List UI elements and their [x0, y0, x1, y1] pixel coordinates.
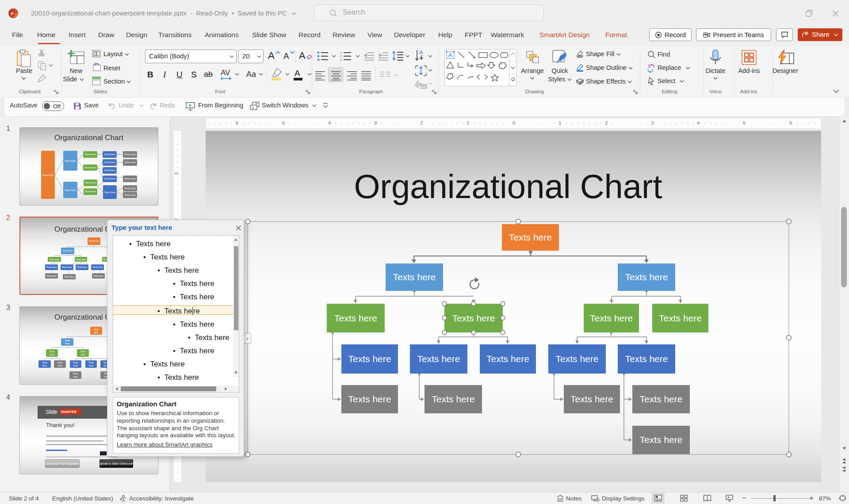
svg-text:Texts: Texts: [57, 361, 63, 364]
svg-text:Texts here: Texts here: [76, 258, 86, 261]
svg-text:Texts: Texts: [65, 339, 70, 342]
svg-text:here: here: [57, 364, 62, 367]
svg-text:Texts here: Texts here: [124, 177, 135, 180]
svg-text:Texts: Texts: [94, 328, 99, 331]
svg-text:here: here: [73, 375, 77, 378]
svg-text:Texts here: Texts here: [104, 169, 115, 172]
svg-text:2: 2: [340, 55, 342, 58]
svg-text:Texts here: Texts here: [124, 161, 135, 164]
svg-text:Texts here: Texts here: [89, 240, 99, 242]
svg-text:Texts here: Texts here: [46, 275, 57, 277]
svg-text:Texts here: Texts here: [84, 166, 96, 169]
svg-text:A: A: [419, 49, 423, 56]
svg-text:Texts here: Texts here: [65, 189, 76, 191]
svg-text:Texts: Texts: [88, 361, 94, 364]
svg-text:Texts here: Texts here: [49, 258, 59, 261]
svg-text:Texts here: Texts here: [104, 191, 115, 194]
svg-text:Texts here: Texts here: [124, 194, 135, 196]
svg-text:c: c: [651, 68, 654, 73]
svg-text:Texts here: Texts here: [62, 266, 72, 268]
svg-text:Texts here: Texts here: [104, 177, 115, 180]
svg-text:here: here: [94, 331, 98, 334]
svg-text:Texts: Texts: [73, 361, 78, 364]
svg-text:Texts here: Texts here: [65, 160, 76, 162]
svg-text:Texts here: Texts here: [77, 266, 87, 268]
svg-text:Texts here: Texts here: [93, 275, 103, 277]
svg-text:Texts: Texts: [42, 361, 47, 364]
svg-text:here: here: [73, 364, 78, 367]
svg-text:Texts here: Texts here: [124, 187, 135, 190]
svg-text:Texts here: Texts here: [124, 153, 135, 156]
svg-text:Texts here: Texts here: [62, 249, 73, 252]
svg-text:here: here: [65, 342, 69, 345]
svg-text:3: 3: [340, 58, 342, 61]
svg-text:Texts here: Texts here: [104, 161, 115, 164]
svg-text:Texts here: Texts here: [84, 153, 96, 156]
svg-text:Texts here: Texts here: [92, 266, 103, 268]
svg-text:Texts here: Texts here: [42, 174, 54, 176]
svg-text:here: here: [42, 364, 47, 367]
svg-text:here: here: [80, 353, 85, 356]
svg-text:P: P: [11, 11, 14, 16]
svg-text:here: here: [50, 353, 54, 356]
svg-text:1: 1: [340, 51, 342, 54]
svg-text:Texts here: Texts here: [104, 153, 115, 156]
svg-text:Texts here: Texts here: [85, 190, 96, 193]
svg-text:Texts here: Texts here: [64, 275, 74, 278]
svg-text:A: A: [448, 52, 452, 58]
svg-text:Texts here: Texts here: [46, 266, 57, 268]
svg-text:Texts: Texts: [50, 350, 55, 353]
svg-text:Texts: Texts: [80, 350, 86, 353]
svg-text:Texts: Texts: [73, 372, 78, 375]
svg-text:Texts here: Texts here: [85, 181, 96, 184]
svg-text:here: here: [89, 364, 93, 367]
